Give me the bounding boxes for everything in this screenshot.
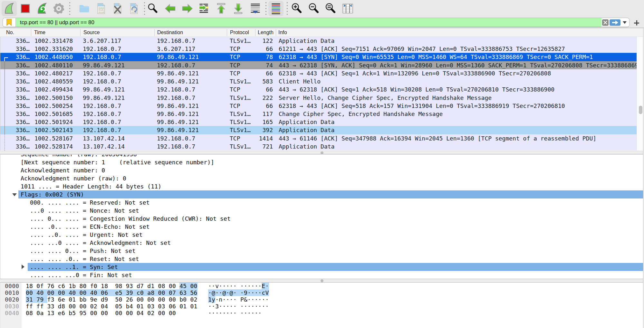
cell-destination: 192.168.0.7 (157, 37, 227, 45)
column-header-length[interactable]: Length (258, 28, 276, 37)
hex-bytes: 18 0f 76 c6 1b 80 f0 18 98 93 d7 d1 08 0… (26, 283, 197, 289)
hex-offset: 0000 (5, 283, 19, 289)
toolbar-button-capture-options[interactable] (51, 1, 66, 16)
expander-open-icon[interactable] (12, 193, 17, 196)
detail-tree-item[interactable]: .... 0... .... = Congestion Window Reduc… (0, 215, 644, 223)
toolbar-button-go-back[interactable] (163, 1, 178, 16)
cell-length: 117 (245, 110, 273, 118)
detail-tree-item[interactable]: 1011 .... = Header Length: 44 bytes (11) (0, 182, 644, 190)
hex-line[interactable]: 002031 79 f3 6e 01 bb 9e d9 50 26 00 00 … (0, 296, 644, 303)
column-header-time[interactable]: Time (34, 28, 80, 37)
toolbar-button-stop-capture[interactable] (18, 1, 33, 16)
table-row[interactable]: 336… 1002.500254 192.168.0.7 99.86.49.12… (0, 102, 637, 110)
table-row[interactable]: 336… 1002.501924 192.168.0.7 99.86.49.12… (0, 118, 637, 126)
detail-tree-item[interactable]: .... ..0. .... = Urgent: Not set (0, 231, 644, 239)
column-header-no[interactable]: No. (6, 28, 31, 37)
splitter-list-details[interactable] (0, 151, 644, 154)
display-filter-input[interactable]: tcp.port == 80 || udp.port == 80 (16, 18, 601, 27)
column-separator[interactable] (227, 29, 227, 36)
table-row[interactable]: 336… 1002.528167 13.107.42.14 192.168.0.… (0, 134, 637, 142)
detail-tree-item[interactable]: .... ...0 .... = Acknowledgment: Not set (0, 239, 644, 247)
column-separator[interactable] (154, 29, 155, 36)
toolbar-button-resize-columns[interactable] (340, 1, 355, 16)
column-header-info[interactable]: Info (278, 28, 643, 37)
detail-text: ...0 .... .... = Nonce: Not set (30, 207, 139, 214)
go-to-packet-icon (197, 2, 210, 15)
table-row[interactable]: 336… 1002.499434 99.86.49.121 192.168.0.… (0, 85, 637, 93)
toolbar-button-go-last[interactable] (231, 1, 246, 16)
column-header-protocol[interactable]: Protocol (230, 28, 255, 37)
toolbar-button-close-file[interactable] (110, 1, 125, 16)
detail-tree-item[interactable]: .... .0.. .... = ECN-Echo: Not set (0, 223, 644, 231)
toolbar-button-start-capture[interactable] (2, 1, 17, 16)
column-separator[interactable] (255, 29, 255, 36)
hex-line[interactable]: 001000 40 00 00 40 00 40 06 e5 39 c0 a8 … (0, 289, 644, 296)
detail-tree-item[interactable]: .... .... ...0 = Fin: Not set (0, 271, 644, 279)
clear-filter-button[interactable] (602, 19, 609, 26)
toolbar-button-go-forward[interactable] (180, 1, 195, 16)
detail-tree-item[interactable]: .... .... .0.. = Reset: Not set (0, 255, 644, 263)
toolbar-button-save-file[interactable] (93, 1, 109, 16)
cell-time: 1002.528174 (34, 142, 81, 150)
scrollbar-thumb[interactable] (639, 106, 642, 114)
detail-tree-item[interactable]: Acknowledgment number: 0 (0, 166, 644, 174)
detail-tree-item[interactable]: Flags: 0x002 (SYN) (0, 190, 644, 198)
detail-tree-item[interactable]: ...0 .... .... = Nonce: Not set (0, 207, 644, 215)
hex-line[interactable]: 000018 0f 76 c6 1b 80 f0 18 98 93 d7 d1 … (0, 283, 644, 289)
column-header-destination[interactable]: Destination (157, 28, 227, 37)
detail-tree-item[interactable]: .... .... 0... = Push: Not set (0, 247, 644, 255)
packet-list-scrollbar[interactable] (637, 37, 643, 151)
cell-time: 1002.500150 (34, 94, 81, 102)
cell-source: 13.107.42.14 (83, 134, 154, 142)
apply-filter-button[interactable] (610, 19, 620, 26)
detail-tree-item[interactable]: .... .... ..1. = Syn: Set (0, 263, 644, 271)
hex-line[interactable]: 0030ff ff 33 d8 00 00 02 04 05 b4 01 03 … (0, 303, 644, 310)
cell-time: 1002.501924 (34, 118, 81, 126)
close-file-icon (111, 2, 124, 15)
toolbar-button-zoom-in[interactable] (289, 1, 304, 16)
toolbar-button-zoom-out[interactable] (306, 1, 322, 16)
display-filter-field[interactable]: tcp.port == 80 || udp.port == 80 (3, 18, 630, 27)
table-row[interactable]: 336… 1002.331478 3.6.207.117 192.168.0.7… (0, 37, 637, 45)
splitter-details-bytes[interactable] (0, 279, 644, 283)
stop-capture-icon (19, 2, 32, 15)
detail-tree-item[interactable]: Sequence number (raw): 2005641958 (0, 155, 644, 158)
column-separator[interactable] (31, 29, 31, 36)
column-separator[interactable] (276, 29, 276, 36)
hex-line[interactable]: 004008 0a 13 e6 b5 95 00 00 00 00 04 02 … (0, 310, 644, 316)
filter-history-dropdown[interactable] (623, 21, 627, 24)
cell-destination: 99.86.49.121 (157, 126, 227, 134)
toolbar-button-restart-capture[interactable] (34, 1, 50, 16)
detail-tree-item[interactable]: 000. .... .... = Reserved: Not set (0, 198, 644, 207)
table-row[interactable]: 336… 1002.480217 192.168.0.7 99.86.49.12… (0, 69, 637, 77)
toolbar-button-zoom-original[interactable] (323, 1, 338, 16)
toolbar-button-find-packet[interactable] (145, 1, 160, 16)
cell-destination: 99.86.49.121 (157, 53, 227, 61)
column-header-source[interactable]: Source (83, 28, 154, 37)
table-row[interactable]: 336… 1002.480110 99.86.49.121 192.168.0.… (0, 61, 637, 69)
toolbar-button-auto-scroll[interactable] (248, 1, 263, 16)
detail-tree-item[interactable]: [Next sequence number: 1 (relative seque… (0, 158, 644, 166)
cell-source: 192.168.0.7 (83, 126, 154, 134)
table-row[interactable]: 336… 1002.480559 192.168.0.7 99.86.49.12… (0, 77, 637, 85)
column-separator[interactable] (80, 29, 81, 36)
cell-info: 62318 → 443 [ACK] Seq=1 Ack=1 Win=132096… (279, 69, 637, 77)
toolbar-button-go-first[interactable] (214, 1, 229, 16)
table-row[interactable]: 336… 1002.502143 192.168.0.7 99.86.49.12… (0, 126, 637, 134)
toolbar-button-go-to-packet[interactable] (196, 1, 211, 16)
toolbar-button-reload-file[interactable] (126, 1, 141, 16)
cell-no: 336… (0, 37, 30, 45)
detail-tree-item[interactable]: Acknowledgment number (raw): 0 (0, 174, 644, 182)
table-row[interactable]: 336… 1002.500150 99.86.49.121 192.168.0.… (0, 94, 637, 102)
toolbar-button-open-file[interactable] (77, 1, 92, 16)
expander-closed-icon[interactable] (22, 265, 24, 269)
add-filter-button[interactable] (633, 19, 640, 26)
detail-selection-bar (28, 263, 643, 271)
toolbar-button-colorize[interactable] (268, 1, 284, 16)
table-row[interactable]: 336… 1002.501685 192.168.0.7 99.86.49.12… (0, 110, 637, 118)
table-row[interactable]: 336… 1002.331620 192.168.0.7 3.6.207.117… (0, 45, 637, 53)
table-row[interactable]: 336… 1002.448050 192.168.0.7 99.86.49.12… (0, 53, 637, 61)
filter-bookmark-button[interactable] (3, 18, 16, 27)
table-row[interactable]: 336… 1002.528174 13.107.42.14 192.168.0.… (0, 142, 637, 150)
toolbar-separator (265, 2, 266, 15)
